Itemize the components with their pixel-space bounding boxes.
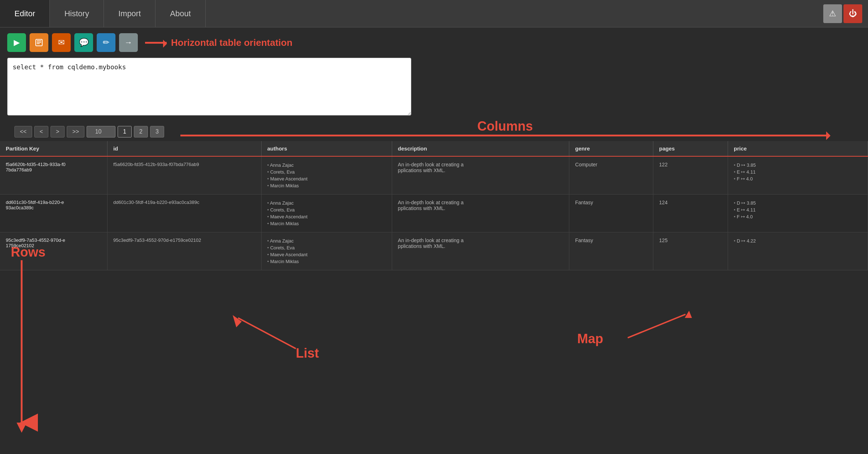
- toolbar: ▶ ✉ 💬 ✏ → Horizontal table orientation: [0, 27, 868, 58]
- first-page-button[interactable]: <<: [14, 126, 32, 137]
- run-button[interactable]: ▶: [7, 33, 26, 52]
- cell-genre-1: Computer: [569, 156, 653, 195]
- page-3-button[interactable]: 3: [150, 126, 164, 137]
- rows-arrowhead: [17, 423, 27, 433]
- cell-id-2: dd601c30-5fdf-419a-b220-e93ac0ca389c: [107, 195, 261, 232]
- toolbar-annotation: Horizontal table orientation: [145, 37, 293, 48]
- list-item: Corets, Eva: [267, 244, 386, 251]
- list-item: E ↦ 4.11: [734, 169, 862, 175]
- cell-id-1: f5a6620b-fd35-412b-933a-f07bda776ab9: [107, 156, 261, 195]
- cell-id-3: 95c3edf9-7a53-4552-970d-e1759ce02102: [107, 232, 261, 270]
- last-page-button[interactable]: >>: [67, 126, 84, 137]
- table-header-row: Partition Key id authors description gen…: [0, 141, 868, 156]
- nav-right-icons: ⚠ ⏻: [817, 0, 868, 27]
- query-editor[interactable]: select * from cqldemo.mybooks: [7, 58, 411, 115]
- list-arrowhead: [233, 315, 242, 327]
- list-item: Corets, Eva: [267, 206, 386, 213]
- col-authors: authors: [261, 141, 392, 156]
- list-item: Maeve Ascendant: [267, 251, 386, 258]
- pagination-section: << < > >> 1 2 3 Columns: [0, 122, 868, 141]
- power-button[interactable]: ⏻: [843, 4, 862, 23]
- list-item: D ↦ 4.22: [734, 237, 862, 244]
- next-page-button[interactable]: >: [51, 126, 65, 137]
- list-item: E ↦ 4.11: [734, 206, 862, 213]
- cell-authors-1: Anna Zajac Corets, Eva Maeve Ascendant M…: [261, 156, 392, 195]
- query-editor-section: select * from cqldemo.mybooks: [0, 58, 868, 122]
- export2-button[interactable]: ✉: [52, 33, 71, 52]
- export1-button[interactable]: [30, 33, 48, 52]
- prev-page-button[interactable]: <: [34, 126, 48, 137]
- col-pages: pages: [653, 141, 728, 156]
- tab-about[interactable]: About: [155, 0, 206, 27]
- table-row: 95c3edf9-7a53-4552-970d-e1759ce02102 95c…: [0, 232, 868, 270]
- cell-description-3: An in-depth look at creating application…: [392, 232, 569, 270]
- map-label: Map: [577, 331, 603, 346]
- col-partition-key: Partition Key: [0, 141, 107, 156]
- pagination-bar: << < > >> 1 2 3: [7, 122, 861, 141]
- svg-rect-2: [37, 42, 41, 43]
- cell-partition-key-3: 95c3edf9-7a53-4552-970d-e1759ce02102: [0, 232, 107, 270]
- list-item: Marcin Miklas: [267, 182, 386, 189]
- tab-editor[interactable]: Editor: [0, 0, 50, 27]
- cell-price-1: D ↦ 3.85 E ↦ 4.11 F ↦ 4.0: [728, 156, 868, 195]
- results-table: Partition Key id authors description gen…: [0, 141, 868, 270]
- tab-history[interactable]: History: [50, 0, 104, 27]
- col-id: id: [107, 141, 261, 156]
- cell-pages-1: 122: [653, 156, 728, 195]
- cell-description-1: An in-depth look at creating application…: [392, 156, 569, 195]
- cell-partition-key-1: f5a6620b-fd35-412b-933a-f07bda776ab9: [0, 156, 107, 195]
- next-button[interactable]: →: [119, 33, 138, 52]
- list-item: Anna Zajac: [267, 162, 386, 169]
- list-item: Maeve Ascendant: [267, 213, 386, 220]
- list-item: F ↦ 4.0: [734, 175, 862, 182]
- alert-button[interactable]: ⚠: [823, 4, 842, 23]
- col-genre: genre: [569, 141, 653, 156]
- list-item: Anna Zajac: [267, 200, 386, 206]
- map-arrowhead: [685, 311, 692, 318]
- nav-spacer: [206, 0, 817, 27]
- list-label: List: [296, 346, 319, 361]
- list-item: Corets, Eva: [267, 169, 386, 175]
- cell-genre-3: Fantasy: [569, 232, 653, 270]
- page-1-button[interactable]: 1: [118, 126, 132, 137]
- table-row: dd601c30-5fdf-419a-b220-e93ac0ca389c dd6…: [0, 195, 868, 232]
- table-section: Partition Key id authors description gen…: [0, 141, 868, 270]
- comment-button[interactable]: 💬: [74, 33, 93, 52]
- arrow-icon: [145, 42, 167, 44]
- top-navigation: Editor History Import About ⚠ ⏻: [0, 0, 868, 27]
- list-item: Marcin Miklas: [267, 258, 386, 265]
- page-2-button[interactable]: 2: [134, 126, 148, 137]
- cell-authors-3: Anna Zajac Corets, Eva Maeve Ascendant M…: [261, 232, 392, 270]
- list-item: Anna Zajac: [267, 237, 386, 244]
- list-item: D ↦ 3.85: [734, 162, 862, 169]
- cell-partition-key-2: dd601c30-5fdf-419a-b220-e93ac0ca389c: [0, 195, 107, 232]
- horizontal-table-label: Horizontal table orientation: [171, 37, 293, 48]
- list-item: Maeve Ascendant: [267, 175, 386, 182]
- list-item: D ↦ 3.85: [734, 200, 862, 206]
- edit-button[interactable]: ✏: [97, 33, 115, 52]
- svg-rect-1: [37, 40, 41, 41]
- page-size-input[interactable]: [87, 126, 115, 137]
- cell-price-2: D ↦ 3.85 E ↦ 4.11 F ↦ 4.0: [728, 195, 868, 232]
- cell-pages-2: 124: [653, 195, 728, 232]
- cell-genre-2: Fantasy: [569, 195, 653, 232]
- cell-pages-3: 125: [653, 232, 728, 270]
- cell-description-2: An in-depth look at creating application…: [392, 195, 569, 232]
- list-item: F ↦ 4.0: [734, 213, 862, 220]
- svg-rect-3: [37, 43, 40, 44]
- cell-authors-2: Anna Zajac Corets, Eva Maeve Ascendant M…: [261, 195, 392, 232]
- table-row: f5a6620b-fd35-412b-933a-f07bda776ab9 f5a…: [0, 156, 868, 195]
- map-arrow-line: [628, 314, 685, 338]
- list-item: Marcin Miklas: [267, 220, 386, 227]
- col-price: price: [728, 141, 868, 156]
- col-description: description: [392, 141, 569, 156]
- tab-import[interactable]: Import: [104, 0, 155, 27]
- cell-price-3: D ↦ 4.22: [728, 232, 868, 270]
- list-arrow-line: [238, 318, 296, 349]
